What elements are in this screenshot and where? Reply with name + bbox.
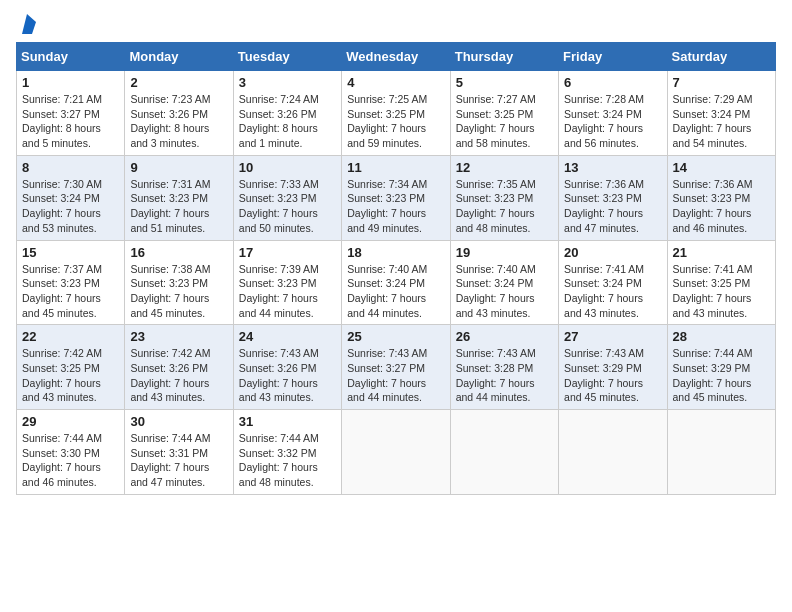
calendar-cell: 31Sunrise: 7:44 AMSunset: 3:32 PMDayligh… [233, 410, 341, 495]
day-number: 7 [673, 75, 770, 90]
calendar-header: SundayMondayTuesdayWednesdayThursdayFrid… [17, 43, 776, 71]
day-number: 2 [130, 75, 227, 90]
day-number: 29 [22, 414, 119, 429]
weekday-header-monday: Monday [125, 43, 233, 71]
day-info: Sunrise: 7:43 AMSunset: 3:27 PMDaylight:… [347, 346, 444, 405]
day-number: 23 [130, 329, 227, 344]
weekday-header-wednesday: Wednesday [342, 43, 450, 71]
week-row-1: 1Sunrise: 7:21 AMSunset: 3:27 PMDaylight… [17, 71, 776, 156]
day-info: Sunrise: 7:34 AMSunset: 3:23 PMDaylight:… [347, 177, 444, 236]
calendar-cell: 26Sunrise: 7:43 AMSunset: 3:28 PMDayligh… [450, 325, 558, 410]
day-info: Sunrise: 7:24 AMSunset: 3:26 PMDaylight:… [239, 92, 336, 151]
calendar-cell: 23Sunrise: 7:42 AMSunset: 3:26 PMDayligh… [125, 325, 233, 410]
calendar-cell: 1Sunrise: 7:21 AMSunset: 3:27 PMDaylight… [17, 71, 125, 156]
calendar-cell: 10Sunrise: 7:33 AMSunset: 3:23 PMDayligh… [233, 155, 341, 240]
day-info: Sunrise: 7:43 AMSunset: 3:28 PMDaylight:… [456, 346, 553, 405]
day-info: Sunrise: 7:44 AMSunset: 3:32 PMDaylight:… [239, 431, 336, 490]
calendar-cell: 12Sunrise: 7:35 AMSunset: 3:23 PMDayligh… [450, 155, 558, 240]
calendar-cell: 17Sunrise: 7:39 AMSunset: 3:23 PMDayligh… [233, 240, 341, 325]
day-number: 12 [456, 160, 553, 175]
weekday-header-saturday: Saturday [667, 43, 775, 71]
calendar-cell: 4Sunrise: 7:25 AMSunset: 3:25 PMDaylight… [342, 71, 450, 156]
weekday-header-tuesday: Tuesday [233, 43, 341, 71]
day-number: 3 [239, 75, 336, 90]
week-row-2: 8Sunrise: 7:30 AMSunset: 3:24 PMDaylight… [17, 155, 776, 240]
day-number: 20 [564, 245, 661, 260]
day-number: 31 [239, 414, 336, 429]
calendar-cell: 25Sunrise: 7:43 AMSunset: 3:27 PMDayligh… [342, 325, 450, 410]
page-header [16, 16, 776, 34]
day-info: Sunrise: 7:40 AMSunset: 3:24 PMDaylight:… [456, 262, 553, 321]
day-info: Sunrise: 7:42 AMSunset: 3:26 PMDaylight:… [130, 346, 227, 405]
day-info: Sunrise: 7:43 AMSunset: 3:29 PMDaylight:… [564, 346, 661, 405]
day-number: 18 [347, 245, 444, 260]
calendar-cell: 9Sunrise: 7:31 AMSunset: 3:23 PMDaylight… [125, 155, 233, 240]
day-number: 5 [456, 75, 553, 90]
calendar-body: 1Sunrise: 7:21 AMSunset: 3:27 PMDaylight… [17, 71, 776, 495]
day-info: Sunrise: 7:39 AMSunset: 3:23 PMDaylight:… [239, 262, 336, 321]
day-info: Sunrise: 7:29 AMSunset: 3:24 PMDaylight:… [673, 92, 770, 151]
week-row-4: 22Sunrise: 7:42 AMSunset: 3:25 PMDayligh… [17, 325, 776, 410]
weekday-header-sunday: Sunday [17, 43, 125, 71]
calendar-cell: 29Sunrise: 7:44 AMSunset: 3:30 PMDayligh… [17, 410, 125, 495]
day-info: Sunrise: 7:33 AMSunset: 3:23 PMDaylight:… [239, 177, 336, 236]
calendar-cell: 19Sunrise: 7:40 AMSunset: 3:24 PMDayligh… [450, 240, 558, 325]
calendar-cell [450, 410, 558, 495]
day-number: 26 [456, 329, 553, 344]
calendar-cell [342, 410, 450, 495]
day-number: 17 [239, 245, 336, 260]
calendar-cell: 2Sunrise: 7:23 AMSunset: 3:26 PMDaylight… [125, 71, 233, 156]
calendar-cell [559, 410, 667, 495]
calendar-cell [667, 410, 775, 495]
day-info: Sunrise: 7:27 AMSunset: 3:25 PMDaylight:… [456, 92, 553, 151]
day-number: 21 [673, 245, 770, 260]
calendar-cell: 22Sunrise: 7:42 AMSunset: 3:25 PMDayligh… [17, 325, 125, 410]
calendar-cell: 24Sunrise: 7:43 AMSunset: 3:26 PMDayligh… [233, 325, 341, 410]
day-number: 14 [673, 160, 770, 175]
day-info: Sunrise: 7:37 AMSunset: 3:23 PMDaylight:… [22, 262, 119, 321]
day-info: Sunrise: 7:36 AMSunset: 3:23 PMDaylight:… [673, 177, 770, 236]
day-info: Sunrise: 7:23 AMSunset: 3:26 PMDaylight:… [130, 92, 227, 151]
day-info: Sunrise: 7:21 AMSunset: 3:27 PMDaylight:… [22, 92, 119, 151]
day-info: Sunrise: 7:44 AMSunset: 3:31 PMDaylight:… [130, 431, 227, 490]
day-info: Sunrise: 7:38 AMSunset: 3:23 PMDaylight:… [130, 262, 227, 321]
calendar-table: SundayMondayTuesdayWednesdayThursdayFrid… [16, 42, 776, 495]
day-info: Sunrise: 7:36 AMSunset: 3:23 PMDaylight:… [564, 177, 661, 236]
calendar-cell: 30Sunrise: 7:44 AMSunset: 3:31 PMDayligh… [125, 410, 233, 495]
day-number: 8 [22, 160, 119, 175]
day-number: 30 [130, 414, 227, 429]
week-row-3: 15Sunrise: 7:37 AMSunset: 3:23 PMDayligh… [17, 240, 776, 325]
calendar-cell: 21Sunrise: 7:41 AMSunset: 3:25 PMDayligh… [667, 240, 775, 325]
day-number: 10 [239, 160, 336, 175]
calendar-cell: 3Sunrise: 7:24 AMSunset: 3:26 PMDaylight… [233, 71, 341, 156]
day-info: Sunrise: 7:28 AMSunset: 3:24 PMDaylight:… [564, 92, 661, 151]
day-number: 22 [22, 329, 119, 344]
calendar-cell: 11Sunrise: 7:34 AMSunset: 3:23 PMDayligh… [342, 155, 450, 240]
day-number: 28 [673, 329, 770, 344]
calendar-cell: 16Sunrise: 7:38 AMSunset: 3:23 PMDayligh… [125, 240, 233, 325]
day-info: Sunrise: 7:44 AMSunset: 3:29 PMDaylight:… [673, 346, 770, 405]
day-number: 9 [130, 160, 227, 175]
calendar-cell: 15Sunrise: 7:37 AMSunset: 3:23 PMDayligh… [17, 240, 125, 325]
day-number: 13 [564, 160, 661, 175]
week-row-5: 29Sunrise: 7:44 AMSunset: 3:30 PMDayligh… [17, 410, 776, 495]
day-info: Sunrise: 7:40 AMSunset: 3:24 PMDaylight:… [347, 262, 444, 321]
day-info: Sunrise: 7:41 AMSunset: 3:25 PMDaylight:… [673, 262, 770, 321]
day-info: Sunrise: 7:25 AMSunset: 3:25 PMDaylight:… [347, 92, 444, 151]
logo [16, 16, 36, 34]
day-number: 15 [22, 245, 119, 260]
calendar-cell: 13Sunrise: 7:36 AMSunset: 3:23 PMDayligh… [559, 155, 667, 240]
calendar-cell: 6Sunrise: 7:28 AMSunset: 3:24 PMDaylight… [559, 71, 667, 156]
day-number: 27 [564, 329, 661, 344]
svg-marker-0 [22, 14, 36, 34]
logo-icon [18, 14, 36, 34]
calendar-cell: 20Sunrise: 7:41 AMSunset: 3:24 PMDayligh… [559, 240, 667, 325]
day-number: 25 [347, 329, 444, 344]
day-info: Sunrise: 7:43 AMSunset: 3:26 PMDaylight:… [239, 346, 336, 405]
weekday-row: SundayMondayTuesdayWednesdayThursdayFrid… [17, 43, 776, 71]
day-number: 19 [456, 245, 553, 260]
day-number: 11 [347, 160, 444, 175]
day-info: Sunrise: 7:41 AMSunset: 3:24 PMDaylight:… [564, 262, 661, 321]
calendar-cell: 28Sunrise: 7:44 AMSunset: 3:29 PMDayligh… [667, 325, 775, 410]
day-number: 16 [130, 245, 227, 260]
